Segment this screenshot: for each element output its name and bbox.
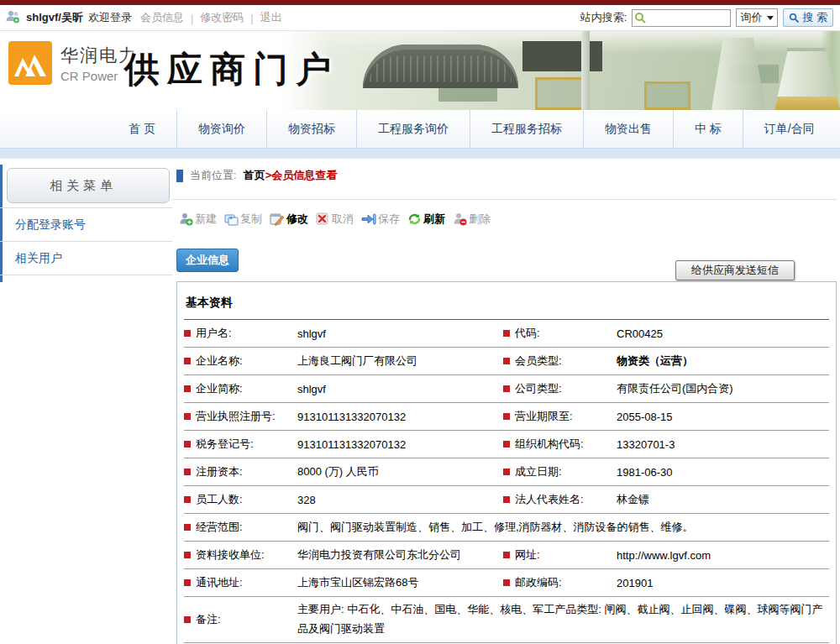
field-label: 代码: — [503, 326, 617, 341]
section-title: 基本资料 — [177, 282, 836, 311]
red-bullet-icon — [184, 413, 191, 420]
search-icon — [789, 13, 800, 24]
copy-button[interactable]: 复制 — [224, 212, 262, 227]
site-search: 站内搜索: 询价 搜 索 — [580, 8, 840, 27]
link-separator — [250, 12, 253, 24]
search-input[interactable] — [648, 10, 728, 26]
field-label: 企业简称: — [184, 381, 297, 396]
field-value: 物资类（运营） — [617, 353, 829, 369]
breadcrumb-current: 会员信息查看 — [271, 169, 337, 181]
edit-button-label: 修改 — [286, 212, 308, 227]
red-bullet-icon — [184, 616, 191, 623]
field-value: 林金镖 — [617, 492, 829, 507]
field-label: 营业执照注册号: — [184, 409, 297, 424]
red-bullet-icon — [184, 524, 191, 531]
table-row: 企业简称: shlgvf 公司类型: 有限责任公司(国内合资) — [184, 375, 829, 403]
search-input-wrap — [632, 9, 731, 27]
field-label: 成立日期: — [503, 464, 617, 479]
portal-title: 供应商门户 — [124, 46, 339, 93]
field-value: 上海市宝山区锦宏路68号 — [297, 575, 503, 590]
sidebar-item-related-users[interactable]: 相关用户 — [0, 242, 172, 275]
nav-item-service-bidding[interactable]: 工程服务招标 — [470, 110, 583, 148]
field-value: CR00425 — [617, 327, 829, 340]
red-bullet-icon — [184, 552, 191, 558]
nav-item-award[interactable]: 中 标 — [673, 110, 743, 148]
sidebar-item-assign-accounts[interactable]: 分配登录账号 — [0, 208, 172, 242]
save-icon — [361, 212, 376, 226]
users-icon — [5, 10, 21, 26]
welcome-text: 欢迎登录 — [88, 10, 132, 25]
delete-button-label: 删除 — [469, 212, 491, 227]
breadcrumb-divider — [172, 199, 837, 200]
nav-item-material-sale[interactable]: 物资出售 — [583, 110, 673, 148]
copy-icon — [224, 212, 239, 226]
refresh-button[interactable]: 刷新 — [407, 212, 445, 227]
field-label: 税务登记号: — [184, 437, 297, 452]
user-remove-icon — [453, 212, 467, 226]
field-value: 上海良工阀门厂有限公司 — [297, 353, 503, 369]
edit-button[interactable]: 修改 — [270, 212, 308, 227]
site-search-label: 站内搜索: — [580, 10, 627, 25]
nav-item-service-inquiry[interactable]: 工程服务询价 — [356, 110, 470, 148]
table-row: 员工人数: 328 法人代表姓名: 林金镖 — [184, 486, 829, 514]
breadcrumb: 当前位置: 首页>会员信息查看 — [176, 168, 337, 183]
field-label: 注册资本: — [184, 464, 297, 479]
power-plant-image — [283, 31, 840, 110]
red-bullet-icon — [184, 579, 191, 586]
red-bullet-icon — [184, 358, 191, 364]
field-value: 华润电力投资有限公司东北分公司 — [297, 547, 503, 563]
search-button[interactable]: 搜 索 — [783, 8, 833, 27]
breadcrumb-home[interactable]: 首页 — [244, 169, 265, 181]
cr-power-logo-icon — [8, 41, 52, 85]
field-label: 员工人数: — [184, 492, 297, 507]
field-label: 企业名称: — [184, 353, 297, 369]
field-label: 组织机构代码: — [503, 437, 617, 452]
red-bullet-icon — [503, 469, 510, 475]
copy-button-label: 复制 — [240, 212, 262, 227]
red-bullet-icon — [503, 385, 510, 392]
field-label: 资料接收单位: — [184, 547, 297, 563]
field-label: 经营范围: — [184, 520, 297, 535]
search-category-dropdown[interactable]: 询价 — [736, 8, 778, 27]
link-logout[interactable]: 退出 — [260, 10, 282, 25]
field-label: 网址: — [503, 547, 617, 563]
delete-button[interactable]: 删除 — [453, 212, 491, 227]
link-change-password[interactable]: 修改密码 — [200, 10, 244, 25]
table-row: 税务登记号: 913101131332070132 组织机构代码: 133207… — [184, 431, 829, 458]
page: { "topbar": { "user": "shlgvf/吴昕", "welc… — [0, 0, 840, 644]
logged-in-user: shlgvf/吴昕 — [26, 10, 83, 25]
nav-item-home[interactable]: 首 页 — [108, 110, 176, 148]
field-value: http://www.lgvf.com — [617, 549, 829, 562]
red-bullet-icon — [503, 579, 510, 586]
red-bullet-icon — [184, 330, 191, 337]
new-button[interactable]: 新建 — [179, 212, 217, 227]
field-value: 1981-06-30 — [617, 466, 829, 479]
save-button[interactable]: 保存 — [361, 212, 400, 227]
field-value: 913101131332070132 — [297, 438, 503, 451]
field-label: 法人代表姓名: — [503, 492, 617, 507]
breadcrumb-prefix: 当前位置: — [190, 168, 237, 183]
table-row: 通讯地址: 上海市宝山区锦宏路68号 邮政编码: 201901 — [184, 569, 829, 597]
field-label: 公司类型: — [503, 381, 617, 396]
field-value: shlgvf — [297, 327, 503, 340]
field-value: 2055-08-15 — [617, 411, 829, 423]
nav-item-material-inquiry[interactable]: 物资询价 — [176, 110, 266, 148]
red-bullet-icon — [503, 496, 510, 503]
tab-company-info[interactable]: 企业信息 — [176, 249, 239, 272]
field-label: 会员类型: — [503, 353, 617, 369]
field-value: 13320701-3 — [617, 438, 829, 451]
search-button-label: 搜 索 — [802, 10, 827, 25]
nav-item-material-bidding[interactable]: 物资招标 — [266, 110, 356, 148]
table-row: 资料接收单位: 华润电力投资有限公司东北分公司 网址: http://www.l… — [184, 542, 829, 569]
nav-item-orders-contracts[interactable]: 订单/合同 — [743, 110, 836, 148]
red-bullet-icon — [503, 441, 510, 448]
link-separator — [191, 12, 193, 24]
top-bar: shlgvf/吴昕 欢迎登录 会员信息 修改密码 退出 站内搜索: 询价 搜 索 — [0, 5, 840, 31]
search-category-value: 询价 — [740, 10, 762, 25]
field-value: 阀门、阀门驱动装置制造、销售、加工、修理,消防器材、消防设备的销售、维修。 — [297, 515, 829, 541]
send-sms-button[interactable]: 给供应商发送短信 — [675, 260, 795, 280]
search-input-magnifier-icon — [634, 12, 647, 27]
user-add-icon — [179, 212, 193, 226]
cancel-button[interactable]: 取消 — [316, 212, 354, 227]
link-member-info[interactable]: 会员信息 — [140, 10, 184, 25]
